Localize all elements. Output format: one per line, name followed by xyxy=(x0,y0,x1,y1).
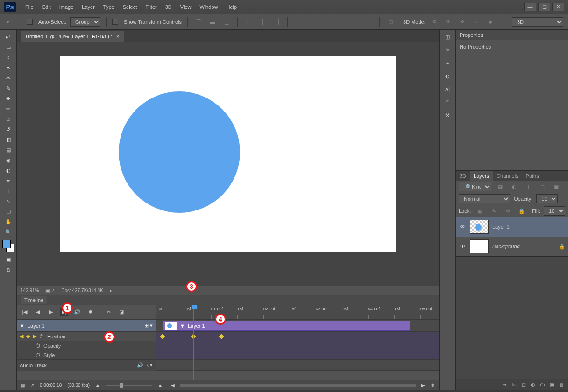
color-swatches[interactable] xyxy=(2,240,14,252)
menu-3d[interactable]: 3D xyxy=(162,2,176,12)
brush-presets-icon[interactable]: ✎ xyxy=(442,45,453,55)
lock-pos-icon[interactable]: ✥ xyxy=(503,206,513,216)
tab-3d[interactable]: 3D xyxy=(456,171,470,181)
style-property-row[interactable]: ⏱ Style xyxy=(17,350,156,360)
layer-row-background[interactable]: 👁 Background 🔒 xyxy=(456,237,568,257)
type-tool[interactable]: T xyxy=(3,186,14,196)
status-flyout-icon[interactable]: ▸ xyxy=(110,288,112,293)
stopwatch-icon[interactable]: ⏱ xyxy=(36,352,41,358)
first-frame-button[interactable]: |◀ xyxy=(21,308,29,316)
menu-select[interactable]: Select xyxy=(119,2,141,12)
close-tab-icon[interactable]: × xyxy=(116,34,119,39)
menu-file[interactable]: File xyxy=(21,2,37,12)
filter-type-icon[interactable]: T xyxy=(523,182,533,192)
opacity-track[interactable] xyxy=(156,341,439,350)
align-top-icon[interactable]: ▔ xyxy=(193,17,204,27)
close-button[interactable]: ✕ xyxy=(552,3,564,11)
path-tool[interactable]: ↖ xyxy=(3,196,14,206)
opacity-input[interactable]: 100% xyxy=(536,194,558,203)
time-ruler[interactable]: 00 15f 01:00f 15f 02:00f 15f 03:00f 15f … xyxy=(156,305,439,320)
histogram-icon[interactable]: ◫ xyxy=(442,32,453,42)
play-button[interactable]: ▶ xyxy=(47,308,55,316)
timeline-layer-row[interactable]: ▼ Layer 1 ⊞ ▾ xyxy=(17,320,156,332)
add-kf-icon[interactable]: ◆ xyxy=(26,333,30,339)
align-vcenter-icon[interactable]: ▬ xyxy=(207,17,218,27)
link-icon[interactable]: ⇔ xyxy=(503,382,507,388)
zoom-in-icon[interactable]: ▲ xyxy=(158,383,163,388)
audio-track[interactable]: + xyxy=(156,360,439,371)
minimize-button[interactable]: — xyxy=(524,3,536,11)
align-hcenter-icon[interactable]: │ xyxy=(257,17,268,27)
align-bottom-icon[interactable]: ▁ xyxy=(221,17,232,27)
next-kf-icon[interactable]: ▶ xyxy=(33,333,36,339)
visibility-icon[interactable]: 👁 xyxy=(459,224,466,230)
heal-tool[interactable]: ✚ xyxy=(3,94,14,103)
maximize-button[interactable]: ◻ xyxy=(538,3,550,11)
3d-orbit-icon[interactable]: ⟲ xyxy=(429,17,440,27)
filter-pixel-icon[interactable]: ▦ xyxy=(495,182,505,192)
auto-select-checkbox[interactable] xyxy=(27,19,33,25)
stopwatch-icon[interactable]: ⏱ xyxy=(36,343,41,349)
tab-layers[interactable]: Layers xyxy=(470,171,493,181)
adj-icon[interactable]: ◐ xyxy=(531,382,535,388)
audio-track-row[interactable]: Audio Track 🔊 ♫▾ xyxy=(17,360,156,371)
visibility-icon[interactable]: 👁 xyxy=(459,244,466,249)
zoom-out-icon[interactable]: ▲ xyxy=(95,383,100,388)
adjustments-icon[interactable]: ◐ xyxy=(442,71,453,81)
fill-input[interactable]: 100% xyxy=(544,206,565,216)
fx-icon[interactable]: fx. xyxy=(511,382,517,387)
crop-tool[interactable]: ✂ xyxy=(3,73,14,83)
playhead[interactable] xyxy=(193,305,194,380)
layer-row-layer1[interactable]: 👁 Layer 1 xyxy=(456,217,568,237)
split-button[interactable]: ✂ xyxy=(104,308,113,316)
auto-select-dropdown[interactable]: Group xyxy=(70,17,100,27)
screenmode-toggle[interactable]: ⧉ xyxy=(3,265,14,274)
wand-tool[interactable]: ✶ xyxy=(3,63,14,72)
layer-track[interactable]: ▼ Layer 1 + xyxy=(156,320,439,332)
doc-info-icon[interactable]: ▣ ↗ xyxy=(45,288,55,293)
lock-all-icon[interactable]: 🔒 xyxy=(517,206,527,216)
3d-slide-icon[interactable]: ↔ xyxy=(471,17,482,27)
keyframe[interactable] xyxy=(160,334,165,339)
transition-button[interactable]: ◪ xyxy=(117,308,126,316)
position-track[interactable] xyxy=(156,332,439,341)
document-tab[interactable]: Untitled-1 @ 143% (Layer 1, RGB/8) * × xyxy=(21,31,124,42)
paragraph-icon[interactable]: ¶ xyxy=(442,97,453,107)
menu-edit[interactable]: Edit xyxy=(38,2,55,12)
filter-shape-icon[interactable]: ◻ xyxy=(537,182,547,192)
zoom-slider[interactable] xyxy=(106,385,152,386)
tools-presets-icon[interactable]: ⚒ xyxy=(442,110,453,120)
stopwatch-icon[interactable]: ⏱ xyxy=(39,334,44,339)
mute-button[interactable]: 🔊 xyxy=(73,308,81,316)
new-layer-icon[interactable]: ▣ xyxy=(550,382,554,388)
menu-window[interactable]: Window xyxy=(196,2,221,12)
tab-channels[interactable]: Channels xyxy=(493,171,522,181)
brush-tool[interactable]: ✏ xyxy=(3,104,14,113)
trash-icon[interactable]: 🗑 xyxy=(559,382,564,387)
auto-align-icon[interactable]: ◫ xyxy=(385,17,396,27)
menu-layer[interactable]: Layer xyxy=(78,2,99,12)
group-icon[interactable]: 🗀 xyxy=(540,382,545,387)
layer-clip[interactable]: ▼ Layer 1 xyxy=(163,321,410,331)
hand-tool[interactable]: ✋ xyxy=(3,217,14,226)
menu-help[interactable]: Help xyxy=(223,2,241,12)
filter-smart-icon[interactable]: ▣ xyxy=(551,182,561,192)
disclosure-icon[interactable]: ▼ xyxy=(20,323,25,329)
mask-icon[interactable]: ◻ xyxy=(522,382,526,388)
timeline-track-area[interactable]: 00 15f 01:00f 15f 02:00f 15f 03:00f 15f … xyxy=(156,305,439,380)
distribute-5-icon[interactable]: ≡ xyxy=(349,17,360,27)
styles-icon[interactable]: A| xyxy=(442,84,453,94)
swatches-icon[interactable]: ≈ xyxy=(442,58,453,68)
lock-trans-icon[interactable]: ▦ xyxy=(475,206,485,216)
gradient-tool[interactable]: ▤ xyxy=(3,145,14,154)
style-track[interactable] xyxy=(156,350,439,360)
layer-options-icon[interactable]: ⊞ ▾ xyxy=(144,322,153,329)
3d-pan-icon[interactable]: ✥ xyxy=(457,17,468,27)
blur-tool[interactable]: ◉ xyxy=(3,155,14,165)
keyframe[interactable] xyxy=(219,334,224,339)
filter-adj-icon[interactable]: ◐ xyxy=(509,182,519,192)
zoom-tool[interactable]: 🔍 xyxy=(3,227,14,237)
prev-frame-button[interactable]: ◀ xyxy=(34,308,42,316)
shape-tool[interactable]: ▢ xyxy=(3,207,14,216)
tab-paths[interactable]: Paths xyxy=(522,171,543,181)
